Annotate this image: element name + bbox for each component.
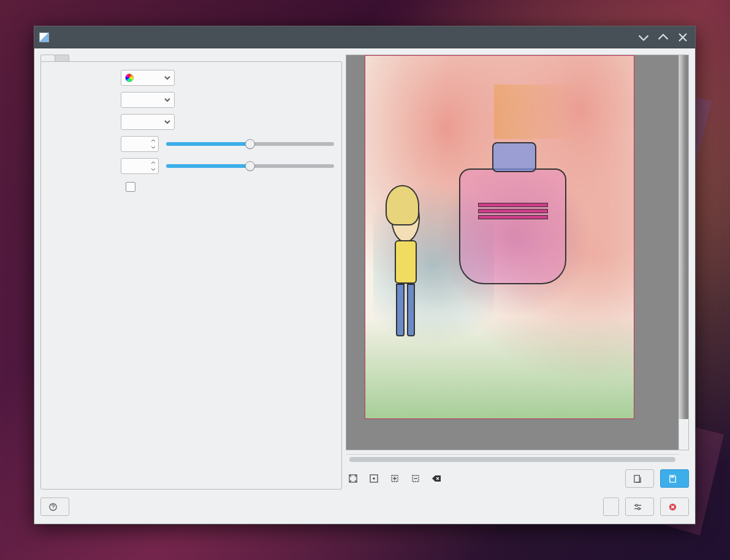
- zoom-original-icon[interactable]: [367, 471, 381, 486]
- robot-vents: [478, 201, 548, 221]
- invert-colors-checkbox[interactable]: [126, 182, 135, 192]
- scrollbar-corner: [679, 454, 689, 464]
- titlebar[interactable]: [34, 26, 695, 48]
- slider-thumb[interactable]: [245, 161, 255, 171]
- scrollbar-thumb[interactable]: [349, 457, 675, 462]
- color-wheel-icon: [125, 74, 134, 82]
- brightness-slider[interactable]: [166, 142, 334, 146]
- skanlite-window: [34, 26, 696, 524]
- svg-point-7: [636, 504, 637, 506]
- zoom-fit-icon[interactable]: [346, 471, 360, 486]
- zoom-out-icon[interactable]: [408, 471, 423, 486]
- contrast-slider[interactable]: [166, 164, 334, 168]
- settings-button[interactable]: [625, 498, 654, 516]
- slider-thumb[interactable]: [245, 139, 255, 149]
- chevron-down-icon: [150, 166, 157, 173]
- maximize-button[interactable]: [656, 30, 671, 45]
- kid-drawing: [381, 194, 430, 339]
- minimize-button[interactable]: [636, 30, 651, 45]
- close-button[interactable]: [660, 498, 689, 516]
- zoom-in-icon[interactable]: [387, 471, 402, 486]
- window-close-button[interactable]: [675, 30, 690, 45]
- brightness-spinbox[interactable]: [121, 136, 159, 152]
- svg-point-8: [638, 507, 640, 509]
- clear-selection-icon[interactable]: [429, 471, 444, 486]
- scan-bed[interactable]: [346, 55, 679, 450]
- preview-viewport[interactable]: [346, 55, 689, 450]
- chevron-down-icon: [150, 144, 157, 151]
- about-button[interactable]: [603, 498, 619, 516]
- scan-mode-select[interactable]: [121, 70, 175, 86]
- options-panel: [40, 55, 342, 490]
- contrast-stepper[interactable]: [150, 159, 157, 173]
- chevron-down-icon: [164, 118, 170, 127]
- basic-options-body: [40, 61, 342, 490]
- chevron-down-icon: [164, 96, 170, 105]
- resolution-select[interactable]: [121, 114, 175, 130]
- page-gutter: [679, 55, 689, 419]
- chevron-down-icon: [164, 74, 170, 83]
- options-tabbar: [40, 55, 342, 61]
- svg-rect-4: [634, 475, 639, 482]
- robot-drawing: [459, 168, 566, 284]
- tab-basic-options[interactable]: [40, 55, 55, 61]
- scanned-page[interactable]: [365, 55, 634, 419]
- dialog-button-bar: [40, 496, 689, 518]
- chevron-up-icon: [150, 137, 157, 144]
- horizontal-scrollbar[interactable]: [346, 454, 679, 464]
- chevron-up-icon: [150, 159, 157, 166]
- app-icon: [39, 32, 49, 42]
- bit-depth-select[interactable]: [121, 92, 175, 108]
- help-button[interactable]: [40, 498, 69, 516]
- tab-scanner-specific[interactable]: [55, 55, 69, 61]
- scan-button[interactable]: [660, 469, 689, 488]
- preview-toolbar: [346, 467, 689, 490]
- contrast-spinbox[interactable]: [121, 158, 159, 174]
- brightness-stepper[interactable]: [150, 137, 157, 151]
- horizontal-scrollbar-row: [346, 454, 689, 464]
- preview-button[interactable]: [625, 469, 654, 488]
- preview-panel: [346, 55, 689, 490]
- svg-rect-5: [671, 475, 674, 477]
